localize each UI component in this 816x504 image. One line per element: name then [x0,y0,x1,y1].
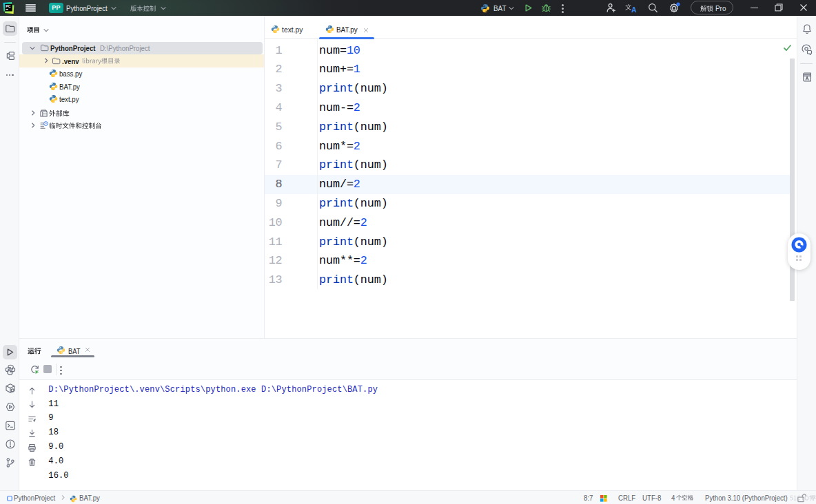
svg-text:PC: PC [6,4,11,8]
